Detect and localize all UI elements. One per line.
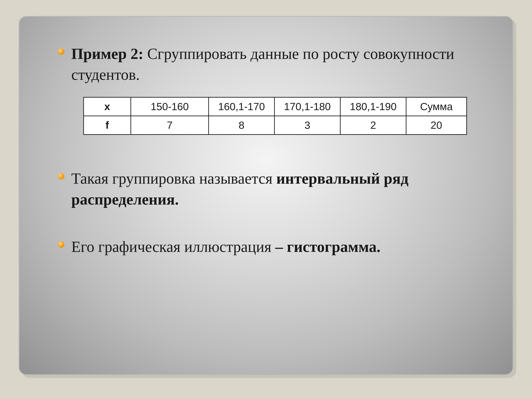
f-col-1: 8 xyxy=(209,116,274,135)
slide-card: Пример 2: Сгруппировать данные по росту … xyxy=(19,16,513,375)
row-x-label: x xyxy=(84,97,131,116)
bullet-1-prefix: Пример 2: xyxy=(71,45,143,62)
slide-card-wrapper: Пример 2: Сгруппировать данные по росту … xyxy=(19,16,513,375)
row-f-label: f xyxy=(84,116,131,135)
bullet-1-text: Пример 2: Сгруппировать данные по росту … xyxy=(71,43,483,85)
bullet-item-1: Пример 2: Сгруппировать данные по росту … xyxy=(54,43,483,85)
f-col-2: 3 xyxy=(274,116,340,135)
x-col-3: 180,1-190 xyxy=(340,97,406,116)
data-table: x 150-160 160,1-170 170,1-180 180,1-190 … xyxy=(83,97,467,135)
f-col-4: 20 xyxy=(406,116,467,135)
bullet-2-text: Такая группировка называется интервальны… xyxy=(71,168,483,210)
x-col-0: 150-160 xyxy=(131,97,209,116)
f-col-0: 7 xyxy=(131,116,209,135)
bullet-icon xyxy=(58,48,64,55)
bullet-item-2: Такая группировка называется интервальны… xyxy=(54,168,483,210)
bullet-icon xyxy=(58,173,64,180)
x-col-4: Сумма xyxy=(406,97,467,116)
table-row: f 7 8 3 2 20 xyxy=(84,116,467,135)
x-col-2: 170,1-180 xyxy=(274,97,340,116)
page-background: Пример 2: Сгруппировать данные по росту … xyxy=(0,0,532,399)
spacer xyxy=(54,218,483,236)
bullet-2-pre: Такая группировка называется xyxy=(71,170,276,187)
table-row: x 150-160 160,1-170 170,1-180 180,1-190 … xyxy=(84,97,467,116)
data-table-wrap: x 150-160 160,1-170 170,1-180 180,1-190 … xyxy=(83,97,483,135)
f-col-3: 2 xyxy=(340,116,406,135)
bullet-icon xyxy=(58,241,64,248)
bullet-item-3: Его графическая иллюстрация – гистограмм… xyxy=(54,236,483,257)
bullet-3-pre: Его графическая иллюстрация xyxy=(71,238,272,255)
bullet-3-text: Его графическая иллюстрация – гистограмм… xyxy=(71,236,483,257)
bullet-3-bold: – гистограмма. xyxy=(272,238,380,255)
x-col-1: 160,1-170 xyxy=(209,97,274,116)
